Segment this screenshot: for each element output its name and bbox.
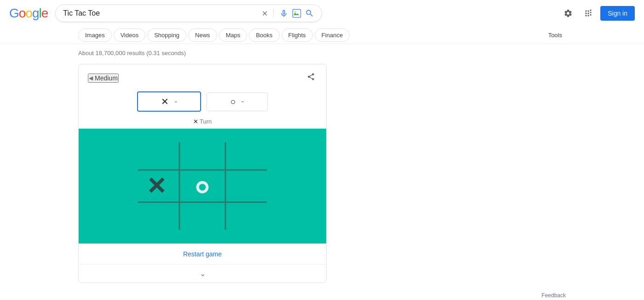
difficulty-label: Medium bbox=[95, 74, 118, 82]
search-input[interactable]: Tic Tac Toe bbox=[63, 9, 258, 17]
game-card: ◀ Medium ✕ - ○ - ✕ Turn bbox=[78, 64, 327, 283]
expand-area: ⌄ bbox=[79, 264, 326, 283]
search-bar-wrapper: Tic Tac Toe ✕ bbox=[55, 5, 322, 22]
cell-2-0[interactable] bbox=[133, 202, 179, 234]
svg-point-0 bbox=[294, 11, 296, 12]
cell-1-2[interactable] bbox=[225, 170, 271, 202]
player-x-symbol: ✕ bbox=[161, 96, 169, 107]
search-bar: Tic Tac Toe ✕ bbox=[55, 5, 322, 22]
restart-button[interactable]: Restart game bbox=[183, 250, 222, 258]
filter-shopping[interactable]: Shopping bbox=[147, 28, 186, 42]
filter-news[interactable]: News bbox=[188, 28, 217, 42]
cell-0-0[interactable] bbox=[133, 138, 179, 170]
cell-1-1[interactable]: ○ bbox=[179, 170, 225, 202]
filter-books[interactable]: Books bbox=[249, 28, 279, 42]
board-wrapper: ✕ ○ bbox=[133, 138, 271, 234]
turn-player: ✕ bbox=[193, 118, 198, 125]
search-button[interactable] bbox=[305, 9, 314, 18]
header-right: Sign in bbox=[560, 5, 635, 22]
cell-0-1[interactable] bbox=[179, 138, 225, 170]
filter-flights[interactable]: Flights bbox=[282, 28, 313, 42]
header: Google Tic Tac Toe ✕ Sign in bbox=[0, 0, 644, 27]
settings-button[interactable] bbox=[560, 5, 576, 22]
google-logo[interactable]: Google bbox=[9, 6, 48, 21]
apps-button[interactable] bbox=[580, 5, 597, 22]
voice-search-button[interactable] bbox=[279, 9, 288, 18]
o-mark: ○ bbox=[195, 172, 209, 200]
filter-videos[interactable]: Videos bbox=[114, 28, 146, 42]
image-search-button[interactable] bbox=[292, 9, 301, 18]
filter-finance[interactable]: Finance bbox=[315, 28, 350, 42]
expand-icon: ⌄ bbox=[200, 270, 206, 277]
results-area: About 18,700,000 results (0.31 seconds) … bbox=[0, 44, 644, 300]
player-x-score: - bbox=[174, 97, 177, 107]
filters-bar: Images Videos Shopping News Maps Books F… bbox=[0, 27, 644, 44]
logo-o1: o bbox=[19, 6, 26, 20]
svg-rect-1 bbox=[293, 9, 301, 17]
results-info: About 18,700,000 results (0.31 seconds) bbox=[78, 50, 566, 57]
share-button[interactable] bbox=[305, 71, 317, 85]
filters-right: Tools bbox=[545, 29, 566, 41]
logo-g: G bbox=[9, 6, 19, 20]
filter-maps[interactable]: Maps bbox=[219, 28, 247, 42]
tools-button[interactable]: Tools bbox=[545, 29, 566, 41]
cell-2-2[interactable] bbox=[225, 202, 271, 234]
difficulty-arrow-left: ◀ bbox=[89, 75, 93, 81]
player-o-score: - bbox=[242, 97, 244, 107]
sign-in-button[interactable]: Sign in bbox=[600, 6, 635, 21]
cell-0-2[interactable] bbox=[225, 138, 271, 170]
x-mark: ✕ bbox=[146, 172, 167, 200]
turn-label: Turn bbox=[200, 118, 212, 125]
logo-o2: o bbox=[25, 6, 32, 20]
game-card-header: ◀ Medium bbox=[79, 64, 326, 91]
player-o-box: ○ - bbox=[207, 92, 267, 111]
filter-images[interactable]: Images bbox=[78, 28, 112, 42]
clear-button[interactable]: ✕ bbox=[262, 9, 268, 18]
ttt-grid: ✕ ○ bbox=[133, 138, 271, 234]
logo-g2: g bbox=[32, 6, 39, 20]
logo-e: e bbox=[41, 6, 48, 20]
cell-2-1[interactable] bbox=[179, 202, 225, 234]
turn-indicator: ✕ Turn bbox=[79, 116, 326, 129]
game-board-container: ✕ ○ bbox=[79, 129, 326, 243]
feedback-text[interactable]: Feedback bbox=[78, 290, 566, 300]
score-area: ✕ - ○ - bbox=[79, 91, 326, 116]
player-x-box: ✕ - bbox=[137, 91, 201, 112]
difficulty-selector[interactable]: ◀ Medium bbox=[88, 74, 119, 83]
expand-button[interactable]: ⌄ bbox=[200, 269, 206, 278]
player-o-symbol: ○ bbox=[230, 96, 236, 107]
restart-area: Restart game bbox=[79, 243, 326, 264]
search-divider bbox=[273, 9, 274, 18]
cell-1-0[interactable]: ✕ bbox=[133, 170, 179, 202]
